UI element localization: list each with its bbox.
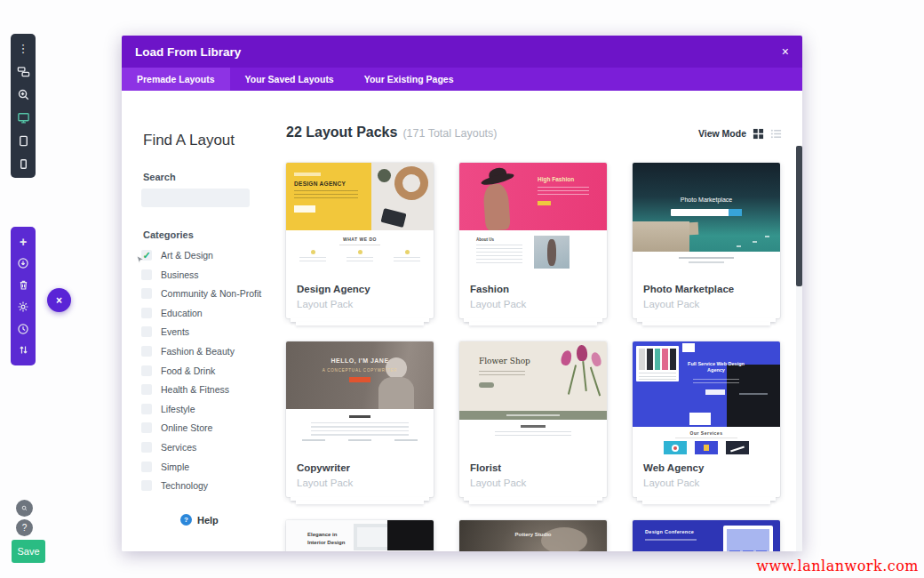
thumb-hero-text: HELLO, I'M JANE <box>286 357 434 364</box>
layout-pack-card-design-conference[interactable]: Design Conference <box>633 520 780 551</box>
checkbox-checked[interactable]: ✓ <box>141 250 152 261</box>
category-simple[interactable]: Simple <box>141 462 279 472</box>
results-subtitle: (171 Total Layouts) <box>402 127 497 140</box>
grid-cell: Design Conference <box>633 520 780 551</box>
category-label: Food & Drink <box>161 365 215 376</box>
tab-your-saved-layouts[interactable]: Your Saved Layouts <box>230 68 349 91</box>
category-technology[interactable]: Technology <box>141 480 279 491</box>
settings-icon[interactable] <box>13 299 33 315</box>
layout-pack-card-florist[interactable]: Flower Shop <box>459 341 607 497</box>
modal-scrollbar-thumb[interactable] <box>796 146 802 286</box>
thumb-art <box>378 169 391 182</box>
checkbox[interactable] <box>141 442 152 453</box>
category-events[interactable]: Events <box>141 326 279 337</box>
fab-close-button[interactable]: × <box>47 288 71 312</box>
checkbox[interactable] <box>141 384 152 395</box>
checkbox[interactable] <box>141 288 152 299</box>
category-lifestyle[interactable]: Lifestyle <box>141 404 279 414</box>
thumb-hero-text: Design Conference <box>645 529 694 534</box>
thumb-hero: High Fashion <box>459 163 607 230</box>
builder-screen: ⋮ + <box>0 0 924 578</box>
desktop-view-icon[interactable] <box>13 109 33 125</box>
tab-premade-layouts[interactable]: Premade Layouts <box>122 68 230 91</box>
thumb-hero: Pottery Studio <box>459 520 607 551</box>
save-button[interactable]: Save <box>12 540 45 563</box>
modal-close-icon[interactable]: × <box>782 44 789 59</box>
help-link[interactable]: ? Help <box>180 514 279 526</box>
checkbox[interactable] <box>141 326 152 337</box>
grid-view-icon[interactable] <box>753 128 764 140</box>
view-mode-toolbar: ⋮ <box>11 34 36 178</box>
checkbox[interactable] <box>141 308 152 318</box>
category-business[interactable]: Business <box>141 269 279 280</box>
checkbox[interactable] <box>141 422 152 433</box>
save-to-library-icon[interactable] <box>13 255 33 271</box>
category-community-non-profit[interactable]: Community & Non-Profit <box>141 288 279 299</box>
layout-pack-card-pottery-studio[interactable]: Pottery Studio <box>459 520 607 551</box>
builder-actions-toolbar: + <box>11 227 36 365</box>
tab-your-existing-pages[interactable]: Your Existing Pages <box>349 68 469 91</box>
thumb-art <box>538 187 589 197</box>
thumb-art <box>390 163 434 205</box>
help-icon: ? <box>180 514 192 526</box>
layout-pack-card-web-agency[interactable]: Full Service Web Design Agency Our Servi… <box>633 341 780 497</box>
category-food-drink[interactable]: Food & Drink <box>141 365 279 376</box>
tablet-view-icon[interactable] <box>13 132 33 149</box>
thumb-art <box>479 371 525 378</box>
thumb-hero: DESIGN AGENCY <box>286 163 434 230</box>
thumb-art <box>311 422 409 437</box>
category-art-design[interactable]: ✓ Art & Design <box>141 250 279 261</box>
help-label: Help <box>197 515 219 526</box>
card-type: Layout Pack <box>470 299 596 309</box>
list-view-icon[interactable] <box>770 128 782 140</box>
layout-pack-card-interior-design[interactable]: Elegance in Interior Design <box>286 520 434 551</box>
layout-pack-card-design-agency[interactable]: DESIGN AGENCY WHAT WE DO <box>286 163 434 318</box>
checkbox[interactable] <box>141 404 152 414</box>
page-zoom-button[interactable] <box>16 500 33 517</box>
search-input[interactable] <box>141 189 250 207</box>
zoom-icon[interactable] <box>13 86 33 102</box>
thumb-art <box>689 413 711 425</box>
card-name: Fashion <box>470 284 596 294</box>
checkbox[interactable] <box>141 269 152 280</box>
category-fashion-beauty[interactable]: Fashion & Beauty <box>141 346 279 357</box>
category-label: Art & Design <box>161 250 213 261</box>
thumb-art <box>479 382 494 388</box>
layout-pack-card-copywriter[interactable]: HELLO, I'M JANE A CONCEPTUAL COPYWRITER <box>286 341 434 497</box>
grid-cell: Pottery Studio <box>459 520 607 551</box>
grid-cell: Elegance in Interior Design <box>286 520 434 551</box>
category-online-store[interactable]: Online Store <box>141 422 279 433</box>
phone-view-icon[interactable] <box>13 156 33 172</box>
wireframe-view-icon[interactable] <box>13 63 33 79</box>
layout-pack-card-photo-marketplace[interactable]: Photo Marketplace Photo Marketplace Layo… <box>633 163 780 318</box>
thumb-hero: Flower Shop <box>459 341 607 420</box>
layout-thumbnail: HELLO, I'M JANE A CONCEPTUAL COPYWRITER <box>286 341 434 454</box>
thumb-hero-text: Flower Shop <box>479 357 530 365</box>
thumb-art <box>729 209 742 216</box>
thumb-section: About Us <box>459 230 607 276</box>
category-health-fitness[interactable]: Health & Fitness <box>141 384 279 395</box>
category-education[interactable]: Education <box>141 308 279 318</box>
page-help-button[interactable]: ? <box>16 519 33 536</box>
checkbox[interactable] <box>141 346 152 357</box>
history-icon[interactable] <box>13 321 33 337</box>
kebab-menu-icon[interactable]: ⋮ <box>13 40 33 56</box>
delete-icon[interactable] <box>13 277 33 293</box>
checkbox[interactable] <box>141 365 152 376</box>
thumb-art <box>286 437 434 441</box>
thumb-art <box>671 209 742 216</box>
swap-icon[interactable] <box>13 342 33 358</box>
layout-pack-card-fashion[interactable]: High Fashion About Us <box>459 163 607 318</box>
thumb-art <box>590 351 602 367</box>
layout-thumbnail: Design Conference <box>633 520 780 551</box>
thumb-section-text: Our Services <box>633 430 780 436</box>
thumb-art <box>765 236 769 237</box>
category-services[interactable]: Services <box>141 442 279 453</box>
checkbox[interactable] <box>141 480 152 491</box>
thumb-hero-text: Pottery Studio <box>459 532 607 537</box>
category-list: ✓ Art & Design Business Community & Non-… <box>141 250 279 491</box>
thumb-hero-subtext: A CONCEPTUAL COPYWRITER <box>286 368 434 373</box>
checkbox[interactable] <box>141 462 152 472</box>
add-icon[interactable]: + <box>13 234 33 250</box>
thumb-hero-text: Full Service Web Design Agency <box>684 361 748 374</box>
